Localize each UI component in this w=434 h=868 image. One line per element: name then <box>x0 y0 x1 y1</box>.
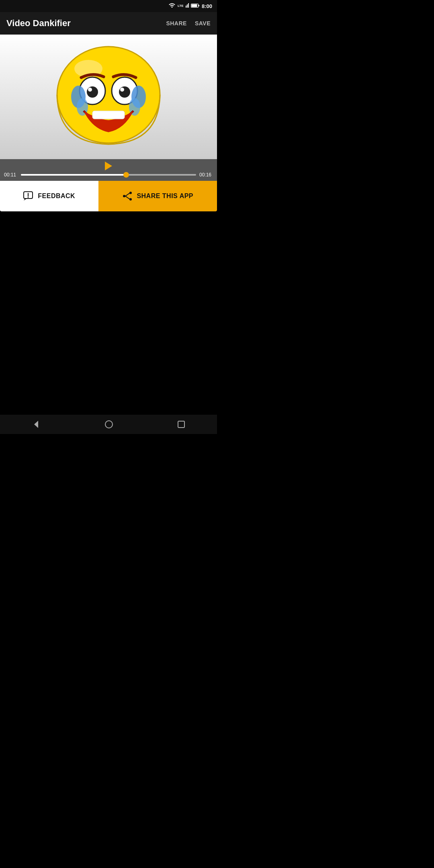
home-icon <box>104 420 113 429</box>
emoji-face <box>52 45 165 149</box>
status-icons: LTE 8:00 <box>168 2 212 10</box>
progress-thumb[interactable] <box>123 172 129 178</box>
current-time: 00:11 <box>4 172 18 178</box>
svg-rect-7 <box>199 5 199 6</box>
video-controls: 00:11 00:16 <box>0 159 217 181</box>
progress-track[interactable] <box>21 174 196 176</box>
progress-row: 00:11 00:16 <box>4 172 213 178</box>
status-time: 8:00 <box>202 3 212 9</box>
svg-point-25 <box>129 192 132 194</box>
svg-rect-6 <box>191 4 197 7</box>
lte-signal-icon: LTE <box>178 2 189 10</box>
svg-marker-30 <box>34 421 38 428</box>
svg-point-24 <box>28 197 29 198</box>
nav-back-button[interactable] <box>32 420 41 429</box>
feedback-icon <box>23 191 34 201</box>
svg-point-12 <box>88 88 92 92</box>
svg-text:LTE: LTE <box>178 4 184 8</box>
svg-rect-2 <box>186 6 186 8</box>
svg-point-31 <box>105 421 113 428</box>
svg-point-15 <box>120 88 124 92</box>
video-container <box>0 35 217 159</box>
nav-recents-button[interactable] <box>177 420 185 428</box>
svg-point-26 <box>129 198 132 201</box>
recents-icon <box>177 420 185 428</box>
svg-point-11 <box>87 86 98 98</box>
play-button[interactable] <box>105 162 112 170</box>
svg-rect-4 <box>188 3 189 8</box>
svg-line-29 <box>125 196 129 199</box>
black-fill <box>0 211 217 421</box>
share-icon <box>122 192 133 201</box>
svg-line-28 <box>125 193 129 196</box>
battery-icon <box>191 2 200 10</box>
nav-bar <box>0 415 217 434</box>
feedback-button-label: FEEDBACK <box>38 192 75 200</box>
app-bar: Video Dankifier SHARE SAVE <box>0 12 217 35</box>
svg-rect-20 <box>92 111 125 119</box>
share-app-button[interactable]: SHARE THIS APP <box>98 181 217 211</box>
app-bar-actions: SHARE SAVE <box>166 20 211 27</box>
svg-rect-3 <box>187 4 188 8</box>
nav-home-button[interactable] <box>104 420 113 429</box>
total-time: 00:16 <box>199 172 213 178</box>
progress-fill <box>21 174 126 176</box>
bottom-buttons: FEEDBACK SHARE THIS APP <box>0 181 217 211</box>
save-button[interactable]: SAVE <box>195 20 211 27</box>
app-title: Video Dankifier <box>6 18 71 29</box>
share-button[interactable]: SHARE <box>166 20 187 27</box>
share-app-button-label: SHARE THIS APP <box>137 192 193 200</box>
back-icon <box>32 420 41 429</box>
status-bar: LTE 8:00 <box>0 0 217 12</box>
svg-point-0 <box>171 6 172 8</box>
play-button-row <box>4 162 213 170</box>
feedback-button[interactable]: FEEDBACK <box>0 181 98 211</box>
video-thumbnail <box>0 35 217 159</box>
svg-point-14 <box>119 86 130 98</box>
wifi-icon <box>168 2 176 10</box>
svg-rect-32 <box>178 421 184 428</box>
